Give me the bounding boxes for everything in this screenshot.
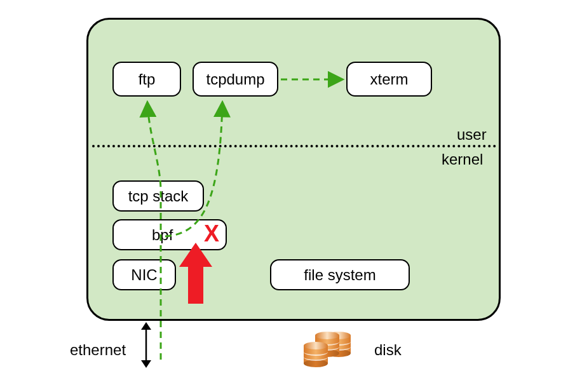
- ethernet-label: ethernet: [70, 341, 126, 359]
- xterm-label: xterm: [370, 71, 409, 88]
- filesystem-label: file system: [304, 266, 375, 284]
- xterm-box: xterm: [346, 62, 432, 97]
- red-arrow-icon: [177, 240, 215, 309]
- ethernet-arrow-icon: [139, 321, 154, 369]
- tcpdump-label: tcpdump: [206, 71, 264, 88]
- kernel-label: kernel: [442, 151, 483, 168]
- user-label: user: [457, 126, 487, 144]
- tcpstack-label: tcp stack: [128, 187, 189, 205]
- bpf-label: bpf: [152, 226, 173, 244]
- ftp-box: ftp: [112, 62, 181, 97]
- ftp-label: ftp: [139, 71, 156, 88]
- nic-box: NIC: [112, 259, 176, 290]
- tcpdump-box: tcpdump: [193, 62, 278, 97]
- disk-label: disk: [374, 341, 402, 359]
- filesystem-box: file system: [270, 259, 410, 290]
- nic-label: NIC: [131, 266, 157, 284]
- disk-icon: [304, 332, 355, 368]
- user-kernel-divider: [92, 145, 496, 147]
- tcpstack-box: tcp stack: [112, 180, 204, 212]
